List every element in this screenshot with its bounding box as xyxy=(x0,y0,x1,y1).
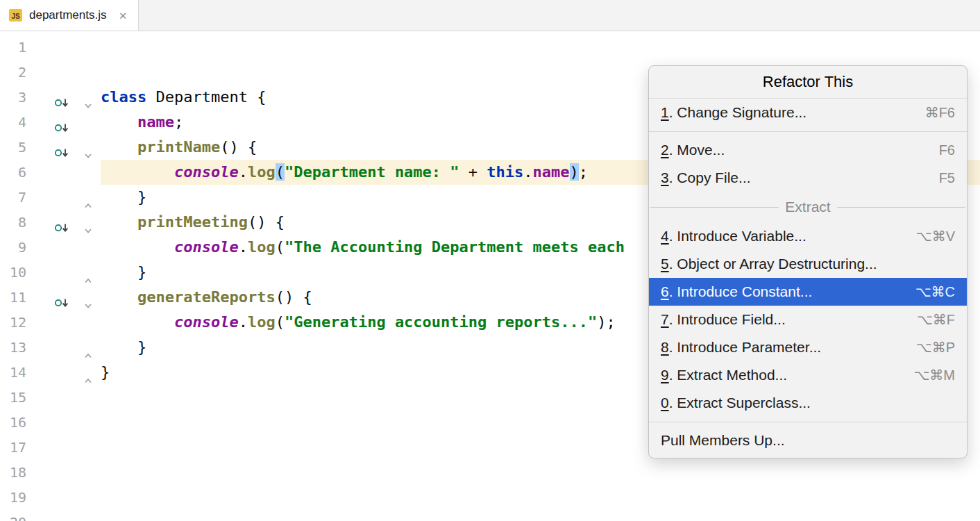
code-token: } xyxy=(101,188,146,206)
code-token: log xyxy=(248,163,276,181)
menu-item-introduce-parameter[interactable]: 8. Introduce Parameter...⌥⌘P xyxy=(649,333,967,361)
mnemonic: 6 xyxy=(661,283,669,299)
code-line: 1 xyxy=(0,35,980,60)
menu-item-pull-members-up[interactable]: Pull Members Up... xyxy=(649,427,967,454)
mnemonic: 8 xyxy=(661,339,669,355)
gutter xyxy=(26,60,101,85)
menu-item-shortcut: F5 xyxy=(939,170,955,186)
code-text[interactable] xyxy=(101,460,980,485)
mnemonic: 2 xyxy=(661,142,669,158)
code-token: console xyxy=(174,313,239,331)
code-token: log xyxy=(248,313,276,331)
code-line: 19 xyxy=(0,485,980,510)
separator-label: Extract xyxy=(785,199,830,215)
menu-item-shortcut: ⌥⌘C xyxy=(915,283,956,300)
separator-line xyxy=(837,207,965,208)
menu-item-label: 4. Introduce Variable... xyxy=(661,228,806,245)
code-token: ( xyxy=(276,238,285,256)
code-token: generateReports xyxy=(137,288,276,306)
code-token: log xyxy=(248,238,276,256)
mnemonic: 3 xyxy=(661,169,669,185)
code-token: . xyxy=(523,163,532,181)
line-number: 18 xyxy=(0,460,26,485)
gutter xyxy=(26,160,101,185)
mnemonic: 5 xyxy=(661,256,669,272)
code-text[interactable] xyxy=(101,35,980,60)
menu-item-change-signature[interactable]: 1. Change Signature...⌘F6 xyxy=(649,99,967,126)
gutter xyxy=(26,460,101,485)
line-number: 17 xyxy=(0,435,26,460)
menu-item-extract-method[interactable]: 9. Extract Method...⌥⌘M xyxy=(649,361,967,389)
menu-item-introduce-field[interactable]: 7. Introduce Field...⌥⌘F xyxy=(649,306,967,333)
menu-item-shortcut: ⌥⌘M xyxy=(913,367,955,383)
line-number: 19 xyxy=(0,485,26,510)
code-token xyxy=(101,288,137,306)
code-token: . xyxy=(239,238,248,256)
gutter xyxy=(26,510,101,521)
menu-item-label: 7. Introduce Field... xyxy=(661,311,786,328)
code-token: ( xyxy=(276,163,285,181)
line-number: 2 xyxy=(0,60,26,85)
menu-item-object-or-array-destructuring[interactable]: 5. Object or Array Destructuring... xyxy=(649,250,967,278)
gutter xyxy=(26,110,101,135)
gutter xyxy=(26,260,101,285)
code-token: printName xyxy=(137,138,220,156)
code-token: "Department name: " xyxy=(285,163,459,181)
menu-item-label: 0. Extract Superclass... xyxy=(661,395,811,411)
menu-separator xyxy=(649,126,967,136)
gutter xyxy=(26,310,101,335)
code-token: } xyxy=(101,263,146,281)
gutter xyxy=(26,235,101,260)
menu-item-shortcut: F6 xyxy=(939,142,955,158)
menu-item-shortcut: ⌥⌘V xyxy=(916,228,955,245)
code-token xyxy=(101,313,174,331)
code-token: () { xyxy=(276,288,312,306)
code-token: ); xyxy=(597,313,616,331)
menu-item-introduce-variable[interactable]: 4. Introduce Variable...⌥⌘V xyxy=(649,222,967,250)
javascript-file-icon: JS xyxy=(9,9,22,22)
editor-tab-bar: JS departments.js × xyxy=(0,0,980,31)
code-token xyxy=(101,213,137,231)
line-number: 13 xyxy=(0,335,26,360)
menu-item-shortcut: ⌘F6 xyxy=(925,104,955,121)
gutter xyxy=(26,385,101,410)
close-tab-icon[interactable]: × xyxy=(119,9,127,22)
line-number: 4 xyxy=(0,110,26,135)
code-token: "The Accounting Department meets each xyxy=(285,238,634,256)
code-text[interactable] xyxy=(101,510,980,521)
menu-item-label: 3. Copy File... xyxy=(661,169,751,186)
menu-item-extract-superclass[interactable]: 0. Extract Superclass... xyxy=(649,389,967,417)
gutter xyxy=(26,135,101,160)
code-token: . xyxy=(239,163,248,181)
code-token: "Generating accounting reports..." xyxy=(285,313,597,331)
menu-item-introduce-constant[interactable]: 6. Introduce Constant...⌥⌘C xyxy=(649,278,967,306)
gutter xyxy=(26,210,101,235)
refactor-menu-items: 1. Change Signature...⌘F62. Move...F63. … xyxy=(649,99,967,454)
gutter xyxy=(26,485,101,510)
gutter xyxy=(26,185,101,210)
code-line: 20 xyxy=(0,510,980,521)
code-text[interactable] xyxy=(101,485,980,510)
menu-item-label: Pull Members Up... xyxy=(661,432,785,449)
menu-item-move[interactable]: 2. Move...F6 xyxy=(649,136,967,164)
menu-group-separator-extract: Extract xyxy=(649,192,967,222)
line-number: 6 xyxy=(0,160,26,185)
gutter xyxy=(26,285,101,310)
menu-item-copy-file[interactable]: 3. Copy File...F5 xyxy=(649,164,967,192)
menu-item-shortcut: ⌥⌘F xyxy=(917,311,955,328)
line-number: 16 xyxy=(0,410,26,435)
line-number: 15 xyxy=(0,385,26,410)
tab-title: departments.js xyxy=(29,8,107,22)
gutter xyxy=(26,335,101,360)
code-token: ( xyxy=(276,313,285,331)
code-token: this xyxy=(487,163,523,181)
menu-item-shortcut: ⌥⌘P xyxy=(916,339,955,356)
code-token: () { xyxy=(220,138,257,156)
menu-item-label: 2. Move... xyxy=(661,142,725,158)
code-token: name xyxy=(137,113,174,131)
code-token: class xyxy=(101,88,146,106)
line-number: 12 xyxy=(0,310,26,335)
tab-departments-js[interactable]: JS departments.js × xyxy=(0,0,139,31)
refactor-this-popup: Refactor This 1. Change Signature...⌘F62… xyxy=(648,65,968,458)
code-token: name xyxy=(533,163,570,181)
